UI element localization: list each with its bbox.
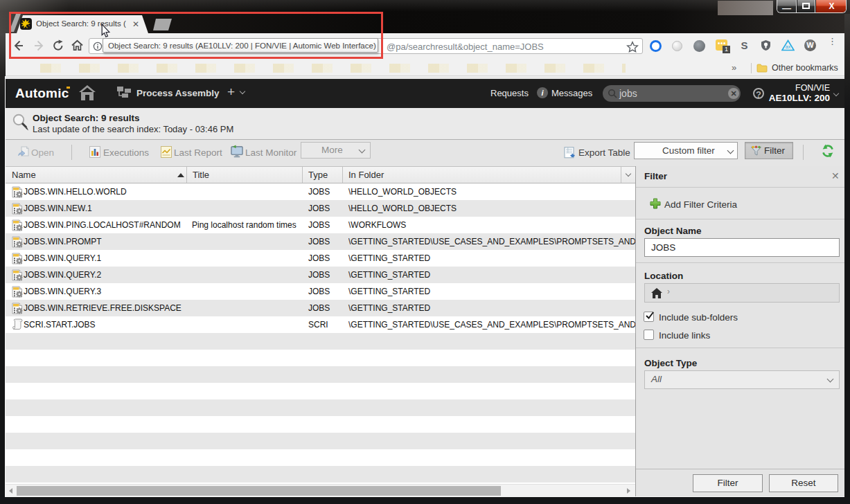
svg-text:ax: ax: [786, 44, 791, 49]
